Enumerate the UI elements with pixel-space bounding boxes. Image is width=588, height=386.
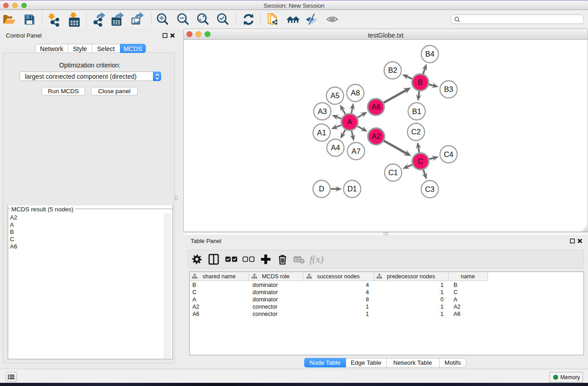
- svg-text:B2: B2: [388, 66, 397, 74]
- svg-text:C: C: [418, 157, 423, 165]
- svg-text:A1: A1: [317, 129, 326, 137]
- svg-text:C2: C2: [411, 128, 421, 136]
- svg-text:B4: B4: [425, 50, 434, 58]
- svg-text:B1: B1: [412, 107, 421, 115]
- svg-text:A3: A3: [318, 107, 327, 115]
- svg-text:A4: A4: [331, 143, 340, 152]
- svg-text:A: A: [347, 118, 352, 126]
- svg-text:A2: A2: [372, 132, 381, 140]
- svg-text:D: D: [319, 185, 325, 193]
- svg-text:B: B: [418, 78, 423, 86]
- svg-text:A5: A5: [330, 91, 339, 100]
- svg-text:C4: C4: [444, 150, 453, 158]
- svg-text:D1: D1: [347, 185, 357, 193]
- svg-text:A7: A7: [351, 147, 360, 155]
- svg-text:C1: C1: [388, 168, 398, 176]
- svg-text:C3: C3: [425, 185, 435, 193]
- svg-text:A6: A6: [371, 103, 380, 111]
- svg-text:A8: A8: [351, 89, 360, 97]
- svg-text:B3: B3: [444, 85, 453, 93]
